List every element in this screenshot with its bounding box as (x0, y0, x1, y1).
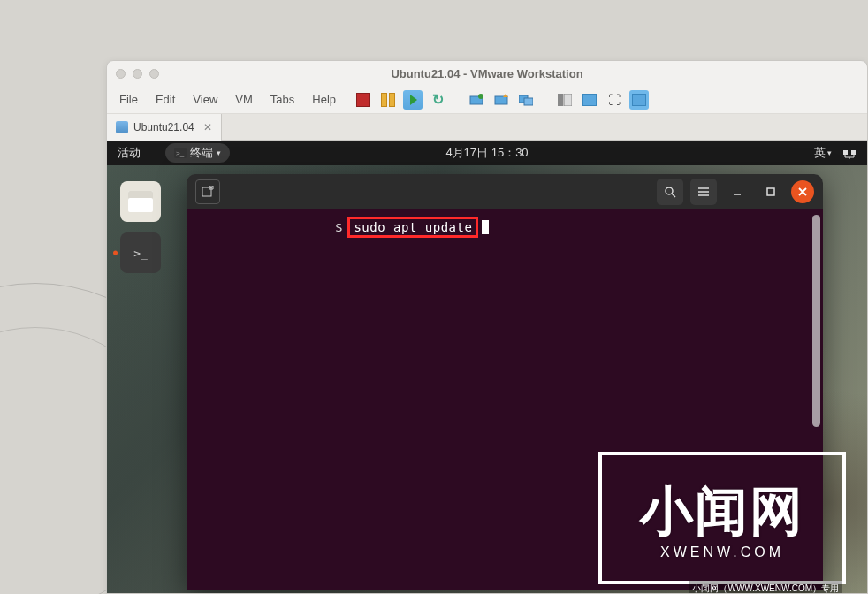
terminal-small-icon: >_ (174, 148, 187, 158)
dock-files-icon[interactable] (120, 181, 161, 222)
play-icon[interactable] (403, 90, 423, 110)
menu-file[interactable]: File (112, 89, 145, 110)
command-text: sudo apt update (347, 217, 478, 238)
guest-desktop: 活动 >_ 终端 ▾ 4月17日 15：30 英 ▾ (107, 141, 867, 593)
window-title: Ubuntu21.04 - VMware Workstation (107, 67, 867, 80)
minimize-icon (732, 187, 742, 197)
thumbnail-icon[interactable] (580, 90, 599, 110)
terminal-headerbar[interactable] (187, 174, 823, 209)
hamburger-menu-button[interactable] (690, 179, 717, 205)
toolbar (354, 90, 649, 110)
unity-icon[interactable] (629, 90, 649, 110)
watermark: 小闻网 XWENW.COM 小闻网（WWW.XWENW.COM）专用 (598, 452, 846, 584)
snapshot-manager-icon[interactable] (516, 90, 536, 110)
menu-tabs[interactable]: Tabs (263, 89, 301, 110)
clock[interactable]: 4月17日 15：30 (445, 145, 528, 161)
menubar: File Edit View VM Tabs Help (107, 86, 867, 114)
watermark-domain: XWENW.COM (660, 544, 784, 560)
svg-rect-5 (558, 94, 563, 106)
cursor-icon (482, 220, 489, 234)
chevron-down-icon: ▾ (827, 148, 832, 157)
terminal-line: $ sudo apt update (335, 217, 489, 238)
svg-rect-6 (564, 94, 572, 106)
vmware-window: Ubuntu21.04 - VMware Workstation File Ed… (106, 60, 868, 594)
new-tab-button[interactable] (195, 179, 220, 204)
watermark-title: 小闻网 (640, 476, 804, 548)
menu-vm[interactable]: VM (228, 89, 260, 110)
chevron-down-icon: ▾ (217, 148, 221, 157)
menu-help[interactable]: Help (305, 89, 343, 110)
maximize-icon (765, 187, 776, 197)
activities-button[interactable]: 活动 (118, 145, 141, 161)
input-method-indicator[interactable]: 英 ▾ (814, 145, 832, 161)
terminal-scrollbar[interactable] (812, 215, 820, 427)
maximize-button[interactable] (758, 179, 784, 205)
close-icon (797, 187, 808, 197)
vm-tabbar: Ubuntu21.04 ✕ (107, 114, 867, 141)
search-icon (664, 186, 676, 198)
app-menu[interactable]: >_ 终端 ▾ (165, 143, 230, 163)
tab-close-icon[interactable]: ✕ (203, 121, 212, 133)
app-menu-label: 终端 (190, 145, 213, 161)
status-area[interactable]: 英 ▾ (814, 145, 857, 161)
fullscreen-icon[interactable] (605, 90, 624, 110)
power-off-icon[interactable] (354, 90, 373, 110)
svg-point-1 (478, 94, 483, 99)
hamburger-icon (697, 187, 710, 197)
snapshot-take-icon[interactable] (467, 90, 486, 110)
network-icon[interactable] (842, 147, 857, 159)
new-tab-icon (202, 186, 214, 198)
search-button[interactable] (657, 179, 683, 205)
close-button[interactable] (791, 180, 814, 203)
svg-rect-4 (524, 98, 533, 105)
svg-rect-13 (767, 188, 774, 195)
watermark-note: 小闻网（WWW.XWENW.COM）专用 (689, 581, 842, 593)
minimize-button[interactable] (724, 179, 750, 205)
snapshot-revert-icon[interactable] (491, 90, 511, 110)
restart-icon[interactable] (428, 90, 447, 110)
menu-view[interactable]: View (186, 89, 225, 110)
svg-rect-9 (843, 150, 848, 155)
vm-tab-label: Ubuntu21.04 (133, 121, 194, 133)
svg-text:>_: >_ (176, 149, 185, 157)
titlebar[interactable]: Ubuntu21.04 - VMware Workstation (107, 61, 867, 86)
dock (114, 174, 167, 280)
vm-tab[interactable]: Ubuntu21.04 ✕ (107, 114, 222, 141)
gnome-topbar: 活动 >_ 终端 ▾ 4月17日 15：30 英 ▾ (107, 141, 867, 165)
svg-point-12 (666, 187, 673, 194)
menu-edit[interactable]: Edit (148, 89, 182, 110)
running-indicator-icon (113, 251, 118, 255)
svg-rect-2 (495, 96, 507, 104)
prompt-symbol: $ (335, 220, 342, 234)
ime-label: 英 (814, 145, 826, 161)
svg-rect-10 (851, 150, 856, 155)
suspend-icon[interactable] (378, 90, 398, 110)
dock-terminal-icon[interactable] (120, 232, 161, 273)
show-console-icon[interactable] (555, 90, 575, 110)
vm-tab-monitor-icon (116, 121, 128, 133)
